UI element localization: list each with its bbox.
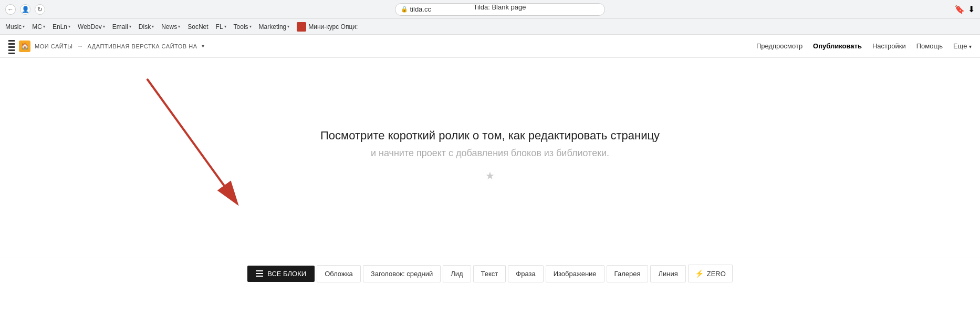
mini-course-badge [297, 22, 306, 32]
menu-email[interactable]: Email ▾ [112, 23, 131, 31]
breadcrumb-separator: → [77, 43, 84, 50]
menu-disk[interactable]: Disk ▾ [139, 23, 154, 31]
block-btn-text[interactable]: Текст [473, 265, 506, 282]
help-button[interactable]: Помощь [916, 42, 943, 50]
menu-music[interactable]: Music ▾ [5, 23, 25, 31]
preview-button[interactable]: Предпросмотр [756, 42, 802, 50]
breadcrumb: 🏠 МОИ САЙТЫ → АДАПТИВНАЯ ВЕРСТКА САЙТОВ … [19, 40, 204, 52]
menu-enln[interactable]: EnLn ▾ [53, 23, 70, 31]
webdev-label: WebDev [78, 23, 102, 31]
hamburger-icon [256, 270, 263, 277]
menu-news[interactable]: News ▾ [161, 23, 180, 31]
refresh-button[interactable]: ↻ [35, 4, 45, 15]
webdev-dropdown-arrow: ▾ [103, 24, 105, 29]
menu-mc[interactable]: MC ▾ [32, 23, 45, 31]
email-dropdown-arrow: ▾ [129, 24, 131, 29]
tools-label: Tools [234, 23, 248, 31]
download-icon[interactable]: ⬇ [968, 4, 975, 14]
breadcrumb-dropdown-arrow[interactable]: ▾ [202, 43, 204, 49]
lock-icon: 🔒 [401, 6, 408, 13]
browser-title: Tilda: Blank page [474, 3, 526, 11]
tilda-nav-right: Предпросмотр Опубликовать Настройки Помо… [756, 42, 972, 50]
menu-socnet[interactable]: SocNet [187, 23, 208, 31]
fl-label: FL [216, 23, 223, 31]
stripe-decoration [8, 38, 15, 54]
lightning-icon: ⚡ [695, 269, 704, 278]
all-blocks-button[interactable]: ВСЕ БЛОКИ [247, 266, 315, 282]
home-icon[interactable]: 🏠 [19, 40, 30, 52]
menu-mini-course[interactable]: Мини-курс Опци: [297, 22, 358, 32]
more-button[interactable]: Еще ▾ [953, 42, 972, 50]
block-btn-heading[interactable]: Заголовок: средний [363, 265, 441, 282]
block-btn-zero[interactable]: ⚡ ZERO [688, 265, 733, 282]
more-dropdown-arrow: ▾ [969, 44, 972, 49]
browser-actions: 🔖 ⬇ [954, 4, 975, 14]
breadcrumb-home: МОИ САЙТЫ [35, 43, 73, 49]
news-dropdown-arrow: ▾ [178, 24, 180, 29]
music-dropdown-arrow: ▾ [23, 24, 25, 29]
zero-label: ZERO [707, 270, 726, 278]
main-content: Посмотрите короткий ролик о том, как ред… [0, 58, 980, 258]
enln-label: EnLn [53, 23, 67, 31]
block-btn-lead[interactable]: Лид [443, 265, 471, 282]
tilda-nav: 🏠 МОИ САЙТЫ → АДАПТИВНАЯ ВЕРСТКА САЙТОВ … [0, 35, 980, 58]
email-label: Email [112, 23, 128, 31]
mc-dropdown-arrow: ▾ [43, 24, 45, 29]
block-btn-phrase[interactable]: Фраза [508, 265, 543, 282]
news-label: News [161, 23, 177, 31]
disk-label: Disk [139, 23, 151, 31]
music-label: Music [5, 23, 22, 31]
tools-dropdown-arrow: ▾ [249, 24, 252, 29]
publish-button[interactable]: Опубликовать [813, 42, 862, 50]
marketing-dropdown-arrow: ▾ [287, 24, 289, 29]
menu-marketing[interactable]: Marketing ▾ [259, 23, 290, 31]
account-button[interactable]: 👤 [20, 4, 30, 15]
block-btn-gallery[interactable]: Галерея [607, 265, 649, 282]
menu-bar: Music ▾ MC ▾ EnLn ▾ WebDev ▾ Email ▾ Dis… [0, 19, 980, 35]
all-blocks-label: ВСЕ БЛОКИ [267, 270, 306, 278]
disk-dropdown-arrow: ▾ [152, 24, 154, 29]
hamburger-line-3 [256, 276, 263, 277]
hamburger-line-2 [256, 273, 263, 274]
settings-button[interactable]: Настройки [872, 42, 906, 50]
svg-line-1 [147, 79, 236, 202]
enln-dropdown-arrow: ▾ [68, 24, 70, 29]
main-secondary-text: и начните проект с добавления блоков из … [371, 148, 609, 159]
mini-course-label: Мини-курс Опци: [308, 23, 358, 31]
menu-tools[interactable]: Tools ▾ [234, 23, 252, 31]
marketing-label: Marketing [259, 23, 287, 31]
breadcrumb-page: АДАПТИВНАЯ ВЕРСТКА САЙТОВ НА [88, 43, 197, 49]
menu-webdev[interactable]: WebDev ▾ [78, 23, 105, 31]
hamburger-line-1 [256, 270, 263, 271]
block-btn-cover[interactable]: Обложка [317, 265, 361, 282]
address-text: tilda.cc [410, 5, 431, 13]
block-btn-image[interactable]: Изображение [546, 265, 604, 282]
star-icon: ★ [485, 169, 495, 182]
bookmark-icon[interactable]: 🔖 [954, 4, 965, 14]
browser-chrome: ← 👤 ↻ Tilda: Blank page 🔒 tilda.cc 🔖 ⬇ [0, 0, 980, 19]
block-bar: ВСЕ БЛОКИ Обложка Заголовок: средний Лид… [0, 258, 980, 289]
main-primary-text: Посмотрите короткий ролик о том, как ред… [320, 129, 660, 143]
mc-label: MC [32, 23, 42, 31]
arrow-decoration [126, 68, 273, 216]
menu-fl[interactable]: FL ▾ [216, 23, 226, 31]
fl-dropdown-arrow: ▾ [224, 24, 226, 29]
back-button[interactable]: ← [5, 4, 16, 15]
block-btn-line[interactable]: Линия [650, 265, 685, 282]
socnet-label: SocNet [187, 23, 208, 31]
